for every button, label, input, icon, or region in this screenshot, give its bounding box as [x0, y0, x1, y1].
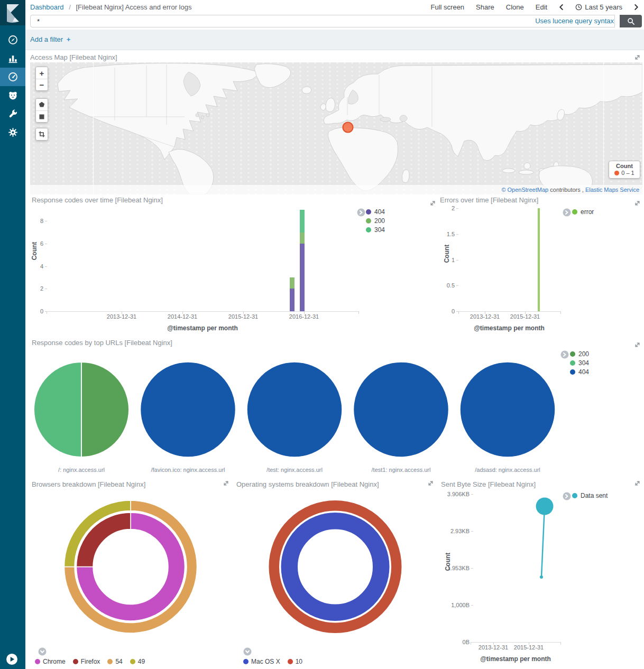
- bar-segment-304[interactable]: [300, 210, 305, 233]
- y-tick-label: 0: [30, 308, 43, 314]
- play-icon: [9, 656, 15, 662]
- x-tick-mark: [304, 311, 305, 314]
- legend-toggle-icon[interactable]: [38, 647, 47, 656]
- breadcrumb-dashboard-link[interactable]: Dashboard: [30, 3, 64, 11]
- sidebar-item-dashboard[interactable]: [0, 68, 25, 86]
- collapse-sidebar-button[interactable]: [6, 654, 17, 665]
- map-attribution: © OpenStreetMap contributors , Elastic M…: [30, 185, 642, 194]
- add-filter-link[interactable]: Add a filter +: [30, 35, 70, 43]
- search-input[interactable]: [30, 15, 615, 27]
- zoom-out-button[interactable]: −: [36, 79, 48, 90]
- operating-systems-donut-chart[interactable]: [266, 500, 404, 638]
- bar-segment-200[interactable]: [300, 233, 305, 244]
- world-map: [30, 62, 642, 194]
- x-tick-mark: [560, 311, 561, 314]
- elastic-maps-link[interactable]: Elastic Maps Service: [585, 187, 639, 193]
- sent-bytes-line-chart[interactable]: [465, 491, 582, 650]
- draw-rectangle-button[interactable]: [36, 110, 48, 122]
- polygon-icon: [39, 101, 45, 108]
- crop-icon: [39, 131, 45, 137]
- kibana-logo[interactable]: [0, 0, 25, 25]
- access-map[interactable]: + − Count 0 – 1 © OpenStreetMap contribu…: [30, 62, 642, 194]
- sidebar-item-dev-tools[interactable]: [0, 105, 25, 123]
- x-tick-mark: [525, 311, 526, 314]
- breadcrumb-current-title: [Filebeat Nginx] Access and error logs: [76, 3, 191, 11]
- top-urls-pie-charts[interactable]: [30, 348, 642, 475]
- expand-panel-icon[interactable]: [634, 200, 641, 207]
- attribution-text: contributors ,: [548, 187, 585, 193]
- x-axis-title: @timestamp per month: [150, 324, 255, 332]
- y-tick-mark: [456, 234, 458, 235]
- time-picker[interactable]: Last 5 years: [575, 3, 622, 11]
- sidebar-item-visualize[interactable]: [0, 49, 25, 68]
- map-fit-control: [35, 128, 48, 141]
- plus-icon: +: [67, 35, 71, 43]
- time-forward-button[interactable]: [634, 4, 639, 11]
- legend-item[interactable]: Mac OS X: [243, 658, 280, 665]
- pie-slice-404: [354, 362, 449, 457]
- zoom-in-button[interactable]: +: [36, 67, 48, 79]
- legend-item[interactable]: 404: [366, 208, 385, 216]
- map-legend-range: 0 – 1: [621, 170, 634, 176]
- openstreetmap-link[interactable]: © OpenStreetMap: [501, 187, 548, 193]
- legend-item[interactable]: 304: [366, 226, 385, 234]
- legend-item[interactable]: Data sent: [572, 492, 608, 499]
- search-button[interactable]: [620, 15, 642, 27]
- x-tick-mark: [485, 311, 485, 314]
- legend-label: 49: [138, 658, 145, 665]
- y-axis-title: Count: [443, 219, 450, 288]
- bar-segment-404[interactable]: [290, 289, 295, 311]
- panel-title-browsers: Browsers breakdown [Filebeat Nginx]: [32, 480, 145, 488]
- map-legend-title: Count: [609, 163, 640, 169]
- time-back-button[interactable]: [559, 4, 564, 11]
- legend-toggle-icon[interactable]: [563, 208, 571, 217]
- legend-toggle-icon[interactable]: [357, 208, 365, 217]
- pie-slice-304: [34, 362, 81, 457]
- gauge-icon: [7, 71, 19, 82]
- legend-dot: [107, 659, 113, 664]
- sidebar-item-discover[interactable]: [0, 31, 25, 49]
- legend-item[interactable]: 10: [288, 658, 302, 665]
- menu-clone[interactable]: Clone: [506, 3, 524, 11]
- y-tick-mark: [456, 311, 458, 312]
- expand-panel-icon[interactable]: [634, 480, 641, 487]
- gear-icon: [7, 127, 19, 138]
- menu-share[interactable]: Share: [476, 3, 494, 11]
- legend-item[interactable]: Firefox: [73, 658, 100, 665]
- draw-polygon-button[interactable]: [36, 99, 48, 110]
- kibana-dashboard: Dashboard / [Filebeat Nginx] Access and …: [0, 0, 644, 669]
- expand-panel-icon[interactable]: [223, 480, 229, 487]
- menu-full-screen[interactable]: Full screen: [431, 3, 465, 11]
- lucene-syntax-link[interactable]: Uses lucene query syntax: [535, 17, 614, 25]
- y-tick-label: 0.5: [439, 282, 455, 289]
- expand-panel-icon[interactable]: [429, 200, 436, 207]
- bar-segment-404[interactable]: [300, 244, 305, 311]
- legend-item[interactable]: 200: [366, 217, 385, 225]
- legend-toggle-icon[interactable]: [243, 647, 252, 656]
- legend-item[interactable]: 49: [130, 658, 145, 665]
- x-axis-title: @timestamp per month: [456, 324, 562, 332]
- legend-dot: [572, 209, 577, 215]
- browsers-donut-chart[interactable]: [62, 500, 199, 638]
- fit-data-bounds-button[interactable]: [36, 128, 48, 140]
- legend-item[interactable]: error: [572, 208, 594, 216]
- x-tick-mark: [182, 311, 183, 314]
- wrench-icon: [7, 108, 19, 119]
- clock-icon: [575, 4, 582, 11]
- sidebar-item-management[interactable]: [0, 123, 25, 142]
- pie-slice-404: [247, 362, 342, 457]
- legend-item[interactable]: 54: [107, 658, 122, 665]
- bar-segment-error[interactable]: [538, 208, 540, 311]
- y-tick-label: 8: [30, 218, 43, 224]
- map-draw-controls: [35, 98, 48, 123]
- legend-item[interactable]: Chrome: [35, 658, 66, 665]
- y-tick-mark: [45, 244, 47, 244]
- panel-title-sent-bytes: Sent Byte Size [Filebeat Nginx]: [441, 480, 536, 488]
- expand-panel-icon[interactable]: [634, 54, 641, 61]
- time-range-label: Last 5 years: [585, 3, 622, 11]
- menu-edit[interactable]: Edit: [536, 3, 547, 11]
- bar-segment-200[interactable]: [290, 277, 295, 289]
- sidebar-item-monitoring[interactable]: [0, 86, 25, 105]
- legend-label: 304: [374, 226, 385, 234]
- expand-panel-icon[interactable]: [427, 480, 434, 487]
